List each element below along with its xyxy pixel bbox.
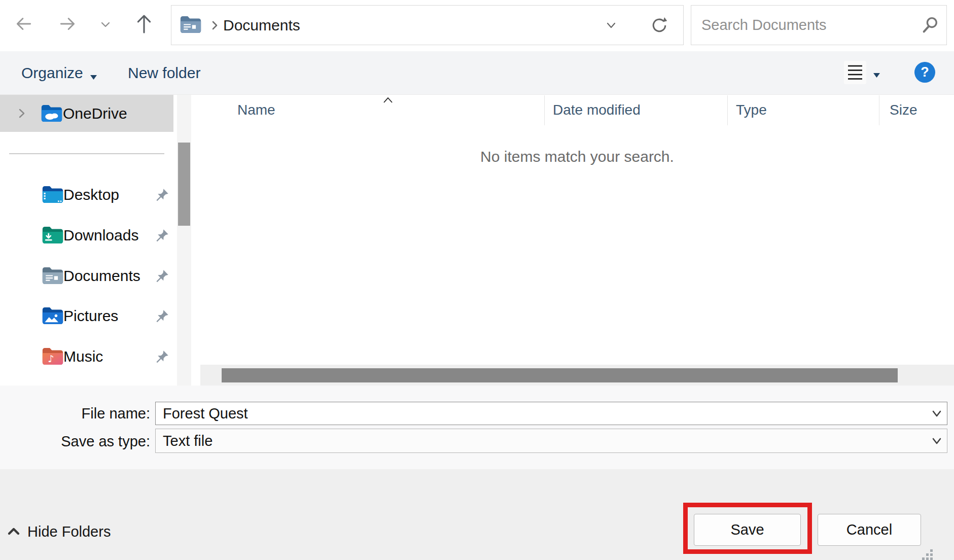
help-question-mark: ? — [921, 64, 929, 80]
save-as-type-dropdown-chevron-icon[interactable] — [930, 435, 944, 447]
downloads-folder-icon — [42, 226, 64, 244]
pin-icon[interactable] — [155, 228, 169, 242]
column-header-name[interactable]: Name — [237, 95, 275, 125]
sidebar-item-label: Downloads — [63, 215, 138, 256]
arrow-up-icon — [134, 13, 154, 37]
sidebar-separator — [9, 153, 164, 154]
search-input[interactable] — [691, 6, 946, 45]
refresh-icon[interactable] — [649, 15, 669, 36]
pin-icon[interactable] — [155, 269, 169, 283]
breadcrumb-location[interactable]: Documents — [223, 5, 300, 45]
column-divider — [879, 95, 879, 125]
sidebar-item-music[interactable]: ♪ Music — [0, 336, 173, 377]
horizontal-scrollbar-thumb[interactable] — [222, 368, 898, 382]
chevron-up-icon — [6, 523, 21, 540]
cancel-button-label: Cancel — [846, 521, 892, 538]
top-navigation-bar: Documents — [0, 0, 954, 51]
file-name-dropdown-chevron-icon[interactable] — [930, 408, 944, 420]
new-folder-label: New folder — [128, 64, 200, 82]
view-options-caret-icon[interactable] — [873, 71, 881, 77]
save-button[interactable]: Save — [694, 514, 801, 546]
caret-down-icon — [90, 66, 97, 83]
recent-locations-dropdown[interactable] — [98, 18, 113, 32]
up-button[interactable] — [133, 13, 155, 37]
column-divider — [544, 95, 545, 125]
arrow-right-icon — [57, 14, 78, 36]
organize-label: Organize — [21, 64, 83, 82]
sidebar-item-documents[interactable]: Documents — [0, 256, 173, 296]
search-box — [691, 5, 947, 45]
sidebar-item-desktop[interactable]: Desktop — [0, 174, 173, 215]
breadcrumb-chevron-icon[interactable] — [209, 20, 220, 31]
sidebar-item-label: Desktop — [63, 174, 119, 215]
onedrive-folder-icon — [41, 104, 63, 123]
resize-grip[interactable] — [930, 549, 933, 552]
sort-ascending-icon — [381, 96, 395, 104]
column-header-type[interactable]: Type — [736, 95, 767, 125]
hide-folders-button[interactable]: Hide Folders — [6, 519, 111, 544]
pin-icon[interactable] — [155, 349, 169, 364]
expand-chevron-icon[interactable] — [16, 108, 27, 119]
onedrive-label: OneDrive — [63, 95, 127, 132]
file-name-label: File name: — [30, 402, 150, 425]
save-as-type-label: Save as type: — [30, 429, 150, 453]
column-header-size[interactable]: Size — [890, 95, 917, 125]
save-button-label: Save — [730, 521, 764, 538]
save-as-type-select[interactable]: Text file — [155, 429, 947, 453]
svg-text:♪: ♪ — [48, 353, 54, 365]
column-header-date-modified[interactable]: Date modified — [553, 95, 641, 125]
sidebar-item-label: Documents — [63, 256, 140, 296]
help-button[interactable]: ? — [914, 62, 935, 83]
pin-icon[interactable] — [155, 309, 169, 323]
cancel-button[interactable]: Cancel — [818, 514, 921, 546]
location-folder-icon — [180, 15, 202, 34]
pin-icon[interactable] — [155, 188, 169, 202]
documents-folder-icon — [42, 266, 64, 285]
back-button[interactable] — [13, 14, 35, 36]
sidebar-item-downloads[interactable]: Downloads — [0, 215, 173, 256]
empty-list-message: No items match your search. — [200, 148, 954, 165]
file-name-input[interactable] — [155, 402, 947, 425]
desktop-folder-icon — [42, 185, 64, 204]
music-folder-icon: ♪ — [42, 347, 64, 366]
hide-folders-label: Hide Folders — [27, 523, 111, 540]
sidebar-scrollbar-track[interactable] — [177, 95, 191, 386]
save-as-type-value: Text file — [163, 433, 213, 449]
sidebar-item-pictures[interactable]: Pictures — [0, 296, 173, 336]
file-name-section — [0, 386, 954, 469]
change-view-button[interactable] — [844, 61, 866, 84]
arrow-left-icon — [13, 14, 34, 36]
list-view-icon — [844, 77, 866, 86]
forward-button[interactable] — [56, 14, 79, 36]
new-folder-button[interactable]: New folder — [128, 51, 200, 95]
column-divider — [727, 95, 728, 125]
organize-button[interactable]: Organize — [21, 51, 97, 95]
sidebar-item-label: Pictures — [63, 296, 118, 336]
sidebar-item-label: Music — [63, 336, 103, 377]
pictures-folder-icon — [42, 306, 64, 325]
chevron-down-icon — [98, 18, 113, 32]
search-icon[interactable] — [921, 15, 940, 34]
address-dropdown-chevron-icon[interactable] — [605, 19, 618, 31]
sidebar-scrollbar-thumb[interactable] — [178, 143, 190, 226]
